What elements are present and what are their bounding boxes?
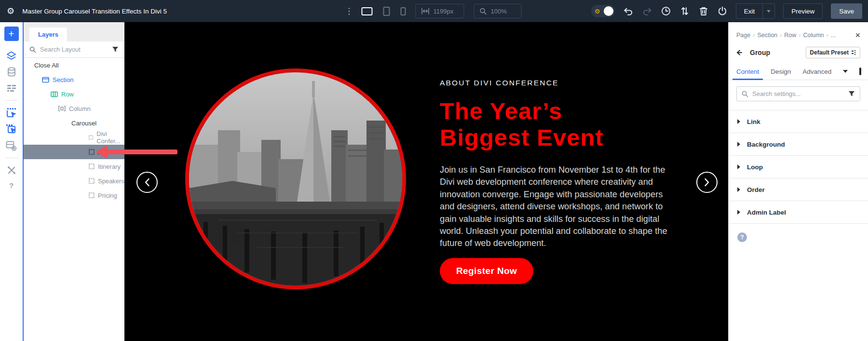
more-options-icon[interactable] bbox=[347, 6, 352, 17]
tree-item-section[interactable]: Section bbox=[24, 72, 124, 87]
field-list-icon[interactable] bbox=[6, 82, 17, 94]
preset-icon bbox=[852, 50, 856, 55]
section-background[interactable]: Background bbox=[729, 133, 868, 156]
toggle-knob bbox=[604, 6, 613, 16]
layers-tree: Close All Section Row Column Carousel Di… bbox=[24, 58, 124, 203]
portability-sort-icon[interactable] bbox=[679, 6, 690, 16]
redo-icon[interactable] bbox=[642, 6, 652, 16]
zoom-input-wrap bbox=[474, 4, 522, 18]
rail-divider bbox=[5, 100, 18, 101]
exit-split-button: Exit bbox=[736, 3, 775, 19]
back-arrow-icon[interactable] bbox=[736, 50, 745, 56]
phone-view-icon[interactable] bbox=[401, 7, 406, 15]
layers-search-input[interactable] bbox=[40, 46, 108, 53]
city-skyline-illustration bbox=[189, 72, 402, 286]
tree-item-module[interactable]: Pricing bbox=[24, 188, 124, 203]
settings-panel: Page Section Row Column ... × Group Defa… bbox=[728, 22, 868, 341]
breadcrumb-ellipsis[interactable]: ... bbox=[824, 32, 836, 39]
tree-item-module[interactable]: Itinerary bbox=[24, 159, 124, 174]
tree-item-module[interactable]: Divi Confer... bbox=[24, 130, 124, 145]
tree-item-column[interactable]: Column bbox=[24, 101, 124, 116]
carousel-next-button[interactable] bbox=[696, 172, 718, 193]
module-name: Group bbox=[750, 49, 770, 56]
close-icon[interactable]: × bbox=[855, 31, 860, 40]
breadcrumb-row[interactable]: Row bbox=[777, 32, 796, 39]
layers-icon[interactable] bbox=[6, 50, 17, 61]
tree-item-module-selected[interactable]: About bbox=[24, 145, 124, 159]
section-order[interactable]: Order bbox=[729, 178, 868, 201]
trash-icon[interactable] bbox=[698, 6, 709, 16]
tab-design[interactable]: Design bbox=[771, 63, 791, 80]
close-all-button[interactable]: Close All bbox=[24, 58, 124, 72]
filter-funnel-icon[interactable] bbox=[848, 91, 855, 97]
builder-mode-toggle[interactable]: ⚙ bbox=[591, 5, 615, 17]
register-now-button[interactable]: Register Now bbox=[440, 258, 533, 284]
preview-button[interactable]: Preview bbox=[783, 3, 823, 19]
topbar-right: ⚙ Exit bbox=[591, 0, 862, 22]
breadcrumb-column[interactable]: Column bbox=[796, 32, 824, 39]
save-button[interactable]: Save bbox=[831, 3, 862, 19]
carousel-slide-content: ABOUT DIVI CONFERENCE The Year’s Biggest… bbox=[440, 79, 672, 284]
settings-search-input[interactable] bbox=[752, 90, 844, 97]
chevron-right-icon bbox=[737, 119, 740, 124]
breadcrumb-page[interactable]: Page bbox=[736, 32, 750, 39]
power-exit-icon[interactable] bbox=[717, 6, 728, 16]
module-icon bbox=[89, 149, 95, 155]
layers-search-row bbox=[24, 41, 124, 58]
select-element-icon[interactable] bbox=[6, 107, 17, 119]
tablet-view-icon[interactable] bbox=[383, 7, 390, 16]
section-link[interactable]: Link bbox=[729, 110, 868, 133]
carousel-prev-button[interactable] bbox=[136, 172, 158, 193]
chevron-right-icon bbox=[737, 210, 740, 215]
tree-item-carousel-group[interactable]: Carousel bbox=[24, 116, 124, 130]
module-icon bbox=[89, 135, 93, 140]
history-clock-icon[interactable] bbox=[661, 6, 671, 16]
exit-button[interactable]: Exit bbox=[736, 8, 763, 15]
carousel-slide-image bbox=[185, 68, 406, 289]
chevron-down-icon bbox=[767, 10, 771, 13]
zoom-level-input[interactable] bbox=[491, 8, 516, 15]
tab-content[interactable]: Content bbox=[736, 63, 759, 80]
slide-eyebrow: ABOUT DIVI CONFERENCE bbox=[440, 79, 672, 87]
toggle-gear-icon: ⚙ bbox=[595, 8, 600, 14]
help-button[interactable]: ? bbox=[737, 232, 747, 242]
database-icon[interactable] bbox=[6, 66, 17, 78]
module-icon bbox=[89, 164, 95, 169]
viewport-width-input[interactable] bbox=[434, 8, 459, 15]
settings-title-row: Group Default Preset bbox=[729, 47, 868, 58]
search-icon bbox=[742, 91, 748, 97]
default-preset-button[interactable]: Default Preset bbox=[806, 47, 860, 58]
row-icon bbox=[51, 91, 58, 97]
settings-tabs: Content Design Advanced bbox=[729, 63, 868, 80]
device-preview-switcher bbox=[362, 7, 406, 16]
filter-funnel-icon[interactable] bbox=[112, 46, 119, 53]
module-icon bbox=[89, 178, 95, 184]
chevron-right-icon bbox=[737, 164, 740, 169]
settings-sections: Link Background Loop Order Admin Label bbox=[729, 110, 868, 224]
exit-dropdown-button[interactable] bbox=[762, 4, 774, 18]
module-icon bbox=[89, 192, 95, 198]
tree-item-row[interactable]: Row bbox=[24, 87, 124, 101]
expand-box-icon[interactable] bbox=[859, 68, 861, 75]
settings-gear-icon[interactable]: ⚙ bbox=[7, 7, 14, 15]
help-icon[interactable]: ? bbox=[9, 181, 14, 190]
chevron-left-icon bbox=[144, 178, 150, 187]
tab-layers[interactable]: Layers bbox=[29, 27, 67, 41]
rail-divider bbox=[5, 158, 18, 158]
tab-advanced[interactable]: Advanced bbox=[802, 63, 831, 80]
breadcrumb-section[interactable]: Section bbox=[750, 32, 777, 39]
tabs-dropdown-icon[interactable] bbox=[843, 70, 848, 73]
search-icon bbox=[29, 46, 36, 53]
column-icon bbox=[58, 106, 66, 111]
undo-icon[interactable] bbox=[623, 6, 634, 16]
module-settings-icon[interactable] bbox=[6, 140, 17, 151]
select-multiple-icon[interactable] bbox=[6, 123, 17, 135]
topbar-left: ⚙ Master Group Carousel Transition Effec… bbox=[0, 0, 167, 22]
section-loop[interactable]: Loop bbox=[729, 156, 868, 178]
add-module-button[interactable]: + bbox=[4, 27, 19, 41]
section-admin-label[interactable]: Admin Label bbox=[729, 201, 868, 224]
tree-item-module[interactable]: Speakers bbox=[24, 174, 124, 188]
desktop-view-icon[interactable] bbox=[362, 7, 373, 15]
tools-icon[interactable] bbox=[6, 164, 17, 176]
layers-panel: Layers Close All Section Row Column Caro… bbox=[23, 22, 124, 341]
